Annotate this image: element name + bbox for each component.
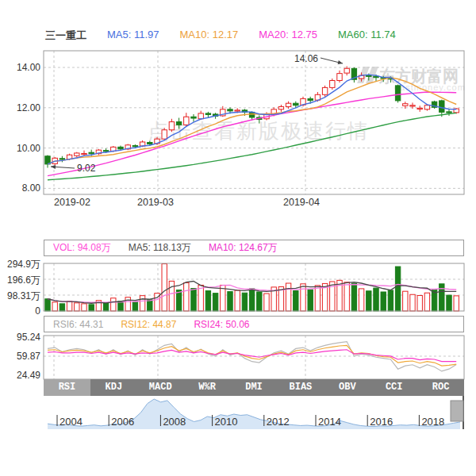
tab-roc[interactable]: ROC [417, 379, 464, 396]
legend-ma60: MA60: 11.74 [338, 29, 396, 43]
range-slider-handle[interactable] [451, 401, 463, 421]
stock-chart-app: { "colors":{ "up":"#e62222","down":"#1b7… [0, 0, 476, 476]
year-label: 2014 [318, 416, 341, 428]
eastmoney-logo-watermark [357, 67, 378, 83]
volume-series [45, 264, 459, 311]
tab-obv[interactable]: OBV [324, 379, 370, 396]
rsi-series [48, 342, 456, 371]
x-tick-2019-03: 2019-03 [137, 197, 174, 208]
tab-cci[interactable]: CCI [370, 379, 417, 396]
axis-tick-label: 12.00 [1, 102, 40, 113]
main-chart-legend: 三一重工 MA5: 11.97 MA10: 12.17 MA20: 12.75 … [45, 29, 396, 43]
axis-tick-label: 14.00 [1, 62, 40, 73]
legend-rsi6: RSI6: 44.31 [53, 319, 103, 330]
axis-tick-label: 0 [1, 305, 40, 317]
axis-tick-label: 98.31万 [1, 290, 40, 303]
axis-tick-label: 294.9万 [1, 258, 40, 271]
promo-watermark: 点击查看新版极速行情 [148, 117, 370, 145]
legend-rsi24: RSI24: 50.06 [194, 319, 249, 330]
tab-kdj[interactable]: KDJ [90, 379, 137, 396]
axis-tick-label: 95.24 [1, 332, 40, 343]
annotations: 14.069.02 [51, 53, 343, 174]
axis-tick-label: 24.49 [1, 370, 40, 381]
timeline-navigator[interactable]: 20042006200820102012201420162018 [48, 396, 463, 429]
legend-vol-ma10: MA10: 124.67万 [209, 241, 278, 255]
brand-domain-watermark: eastmoney.com [394, 83, 466, 92]
legend-vol-value: VOL: 94.08万 [53, 241, 111, 255]
year-label: 2018 [421, 416, 444, 428]
year-label: 2006 [111, 416, 134, 428]
price-annotation: 9.02 [77, 163, 96, 174]
x-tick-2019-02: 2019-02 [54, 197, 90, 208]
tab-rsi[interactable]: RSI [44, 379, 90, 396]
legend-rsi12: RSI12: 44.87 [121, 319, 176, 330]
tab-wr[interactable]: W%R [184, 379, 231, 396]
stock-name: 三一重工 [45, 29, 86, 43]
legend-ma20: MA20: 12.75 [259, 29, 317, 43]
axis-tick-label: 196.6万 [1, 274, 40, 287]
axis-tick-label: 8.00 [1, 182, 40, 194]
indicator-tab-bar[interactable]: RSIKDJMACDW%RDMIBIASOBVCCIROC [44, 379, 464, 396]
year-label: 2004 [60, 416, 83, 428]
year-label: 2008 [163, 416, 186, 428]
rsi-legend: RSI6: 44.31 RSI12: 44.87 RSI24: 50.06 [44, 316, 464, 332]
volume-legend: VOL: 94.08万 MA5: 118.13万 MA10: 124.67万 [44, 240, 464, 256]
tab-bias[interactable]: BIAS [277, 379, 324, 396]
legend-ma10: MA10: 12.17 [180, 29, 239, 43]
tab-dmi[interactable]: DMI [231, 379, 278, 396]
year-label: 2012 [267, 416, 290, 428]
axis-tick-label: 59.87 [1, 351, 40, 362]
legend-ma5: MA5: 11.97 [107, 29, 159, 43]
year-label: 2016 [370, 416, 393, 428]
year-label: 2010 [215, 416, 238, 428]
x-tick-2019-04: 2019-04 [283, 197, 320, 208]
axis-tick-label: 10.00 [1, 143, 40, 154]
price-annotation: 14.06 [294, 53, 318, 64]
legend-vol-ma5: MA5: 118.13万 [129, 241, 191, 255]
tab-macd[interactable]: MACD [137, 379, 184, 396]
